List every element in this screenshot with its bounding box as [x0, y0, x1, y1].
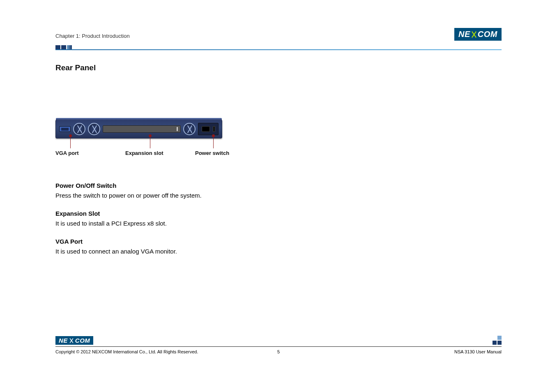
- logo-text-prefix: NE: [59, 337, 68, 344]
- footer-rule: [55, 346, 502, 347]
- heading-expansion-slot: Expansion Slot: [55, 209, 502, 219]
- callout-line: [70, 136, 71, 148]
- diagram-expansion-slot: [103, 125, 181, 133]
- header-decor: [55, 45, 72, 49]
- rear-panel-diagram: VGA port Expansion slot Power switch: [55, 120, 240, 169]
- diagram-label-power: Power switch: [195, 150, 240, 156]
- section-title: Rear Panel: [55, 63, 502, 72]
- text-vga-port: It is used to connect an analog VGA moni…: [55, 247, 502, 256]
- diagram-fan-icon: [183, 123, 196, 135]
- text-expansion-slot: It is used to install a PCI Express x8 s…: [55, 219, 502, 228]
- brand-logo-footer: NE COM: [55, 336, 93, 345]
- text-power-switch: Press the switch to power on or power of…: [55, 191, 502, 201]
- chapter-heading: Chapter 1: Product Introduction: [55, 33, 502, 39]
- diagram-vga-port: [59, 126, 71, 132]
- footer-doc-title: NSA 3130 User Manual: [454, 349, 502, 354]
- footer-page-number: 5: [277, 349, 280, 354]
- logo-text-suffix: COM: [478, 30, 497, 39]
- footer-decor: [493, 336, 502, 345]
- callout-line: [213, 136, 214, 148]
- brand-logo-top: NE COM: [454, 28, 502, 41]
- diagram-fan-icon: [73, 123, 85, 135]
- logo-x-icon: [471, 31, 477, 38]
- heading-power-switch: Power On/Off Switch: [55, 181, 502, 191]
- heading-vga-port: VGA Port: [55, 237, 502, 247]
- footer-copyright: Copyright © 2012 NEXCOM International Co…: [55, 349, 198, 354]
- diagram-label-vga: VGA port: [55, 150, 125, 156]
- logo-text-suffix: COM: [75, 337, 90, 344]
- diagram-power-module: [198, 123, 219, 135]
- diagram-label-slot: Expansion slot: [125, 150, 195, 156]
- logo-x-icon: [69, 338, 74, 343]
- diagram-fan-icon: [88, 123, 100, 135]
- logo-text-prefix: NE: [458, 30, 470, 39]
- header-rule: [55, 49, 502, 50]
- callout-line: [150, 136, 150, 148]
